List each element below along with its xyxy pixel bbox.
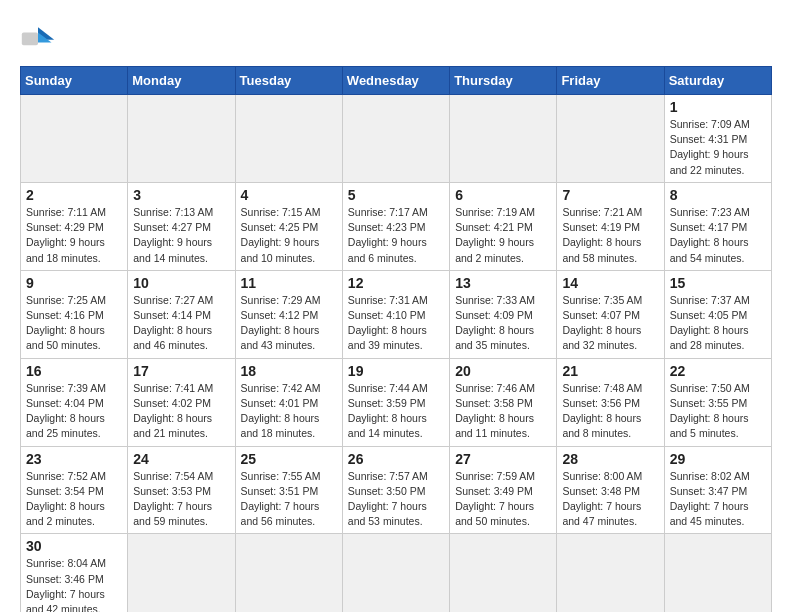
- day-cell: 19Sunrise: 7:44 AM Sunset: 3:59 PM Dayli…: [342, 358, 449, 446]
- day-cell: 2Sunrise: 7:11 AM Sunset: 4:29 PM Daylig…: [21, 182, 128, 270]
- day-cell: 1Sunrise: 7:09 AM Sunset: 4:31 PM Daylig…: [664, 95, 771, 183]
- day-cell: [557, 534, 664, 612]
- week-row-1: 1Sunrise: 7:09 AM Sunset: 4:31 PM Daylig…: [21, 95, 772, 183]
- day-info: Sunrise: 7:59 AM Sunset: 3:49 PM Dayligh…: [455, 469, 551, 530]
- day-number: 1: [670, 99, 766, 115]
- day-number: 3: [133, 187, 229, 203]
- weekday-header-sunday: Sunday: [21, 67, 128, 95]
- day-number: 27: [455, 451, 551, 467]
- day-number: 8: [670, 187, 766, 203]
- logo: [20, 20, 60, 56]
- weekday-header-saturday: Saturday: [664, 67, 771, 95]
- day-cell: 16Sunrise: 7:39 AM Sunset: 4:04 PM Dayli…: [21, 358, 128, 446]
- day-info: Sunrise: 8:04 AM Sunset: 3:46 PM Dayligh…: [26, 556, 122, 612]
- day-number: 10: [133, 275, 229, 291]
- day-number: 25: [241, 451, 337, 467]
- day-number: 13: [455, 275, 551, 291]
- weekday-header-monday: Monday: [128, 67, 235, 95]
- day-info: Sunrise: 7:11 AM Sunset: 4:29 PM Dayligh…: [26, 205, 122, 266]
- day-cell: 9Sunrise: 7:25 AM Sunset: 4:16 PM Daylig…: [21, 270, 128, 358]
- day-cell: 22Sunrise: 7:50 AM Sunset: 3:55 PM Dayli…: [664, 358, 771, 446]
- day-info: Sunrise: 7:25 AM Sunset: 4:16 PM Dayligh…: [26, 293, 122, 354]
- day-number: 28: [562, 451, 658, 467]
- weekday-header-wednesday: Wednesday: [342, 67, 449, 95]
- weekday-header-thursday: Thursday: [450, 67, 557, 95]
- day-info: Sunrise: 7:54 AM Sunset: 3:53 PM Dayligh…: [133, 469, 229, 530]
- day-cell: [235, 534, 342, 612]
- day-info: Sunrise: 7:52 AM Sunset: 3:54 PM Dayligh…: [26, 469, 122, 530]
- day-cell: 10Sunrise: 7:27 AM Sunset: 4:14 PM Dayli…: [128, 270, 235, 358]
- weekday-header-row: SundayMondayTuesdayWednesdayThursdayFrid…: [21, 67, 772, 95]
- day-number: 17: [133, 363, 229, 379]
- day-number: 24: [133, 451, 229, 467]
- day-number: 11: [241, 275, 337, 291]
- day-cell: 13Sunrise: 7:33 AM Sunset: 4:09 PM Dayli…: [450, 270, 557, 358]
- day-number: 6: [455, 187, 551, 203]
- day-cell: [128, 95, 235, 183]
- day-number: 26: [348, 451, 444, 467]
- day-cell: 27Sunrise: 7:59 AM Sunset: 3:49 PM Dayli…: [450, 446, 557, 534]
- day-number: 12: [348, 275, 444, 291]
- day-number: 19: [348, 363, 444, 379]
- day-cell: [557, 95, 664, 183]
- week-row-3: 9Sunrise: 7:25 AM Sunset: 4:16 PM Daylig…: [21, 270, 772, 358]
- day-number: 20: [455, 363, 551, 379]
- week-row-2: 2Sunrise: 7:11 AM Sunset: 4:29 PM Daylig…: [21, 182, 772, 270]
- day-info: Sunrise: 7:42 AM Sunset: 4:01 PM Dayligh…: [241, 381, 337, 442]
- day-cell: 24Sunrise: 7:54 AM Sunset: 3:53 PM Dayli…: [128, 446, 235, 534]
- day-info: Sunrise: 7:55 AM Sunset: 3:51 PM Dayligh…: [241, 469, 337, 530]
- week-row-5: 23Sunrise: 7:52 AM Sunset: 3:54 PM Dayli…: [21, 446, 772, 534]
- day-number: 23: [26, 451, 122, 467]
- day-info: Sunrise: 7:35 AM Sunset: 4:07 PM Dayligh…: [562, 293, 658, 354]
- day-cell: 29Sunrise: 8:02 AM Sunset: 3:47 PM Dayli…: [664, 446, 771, 534]
- day-cell: 4Sunrise: 7:15 AM Sunset: 4:25 PM Daylig…: [235, 182, 342, 270]
- day-cell: [450, 534, 557, 612]
- day-number: 21: [562, 363, 658, 379]
- day-info: Sunrise: 7:21 AM Sunset: 4:19 PM Dayligh…: [562, 205, 658, 266]
- day-cell: 17Sunrise: 7:41 AM Sunset: 4:02 PM Dayli…: [128, 358, 235, 446]
- day-cell: 20Sunrise: 7:46 AM Sunset: 3:58 PM Dayli…: [450, 358, 557, 446]
- day-cell: 25Sunrise: 7:55 AM Sunset: 3:51 PM Dayli…: [235, 446, 342, 534]
- day-info: Sunrise: 7:37 AM Sunset: 4:05 PM Dayligh…: [670, 293, 766, 354]
- day-cell: 26Sunrise: 7:57 AM Sunset: 3:50 PM Dayli…: [342, 446, 449, 534]
- week-row-6: 30Sunrise: 8:04 AM Sunset: 3:46 PM Dayli…: [21, 534, 772, 612]
- day-cell: [128, 534, 235, 612]
- day-cell: [342, 534, 449, 612]
- day-cell: 5Sunrise: 7:17 AM Sunset: 4:23 PM Daylig…: [342, 182, 449, 270]
- day-cell: 6Sunrise: 7:19 AM Sunset: 4:21 PM Daylig…: [450, 182, 557, 270]
- day-cell: 14Sunrise: 7:35 AM Sunset: 4:07 PM Dayli…: [557, 270, 664, 358]
- weekday-header-friday: Friday: [557, 67, 664, 95]
- day-cell: 30Sunrise: 8:04 AM Sunset: 3:46 PM Dayli…: [21, 534, 128, 612]
- day-number: 7: [562, 187, 658, 203]
- day-number: 30: [26, 538, 122, 554]
- day-cell: 8Sunrise: 7:23 AM Sunset: 4:17 PM Daylig…: [664, 182, 771, 270]
- day-info: Sunrise: 7:31 AM Sunset: 4:10 PM Dayligh…: [348, 293, 444, 354]
- day-cell: 15Sunrise: 7:37 AM Sunset: 4:05 PM Dayli…: [664, 270, 771, 358]
- page-header: [20, 20, 772, 56]
- day-info: Sunrise: 7:17 AM Sunset: 4:23 PM Dayligh…: [348, 205, 444, 266]
- day-cell: [235, 95, 342, 183]
- day-info: Sunrise: 7:27 AM Sunset: 4:14 PM Dayligh…: [133, 293, 229, 354]
- day-number: 18: [241, 363, 337, 379]
- day-cell: [664, 534, 771, 612]
- day-info: Sunrise: 7:09 AM Sunset: 4:31 PM Dayligh…: [670, 117, 766, 178]
- week-row-4: 16Sunrise: 7:39 AM Sunset: 4:04 PM Dayli…: [21, 358, 772, 446]
- day-info: Sunrise: 7:46 AM Sunset: 3:58 PM Dayligh…: [455, 381, 551, 442]
- day-cell: 12Sunrise: 7:31 AM Sunset: 4:10 PM Dayli…: [342, 270, 449, 358]
- day-number: 2: [26, 187, 122, 203]
- svg-rect-0: [22, 33, 38, 46]
- day-number: 16: [26, 363, 122, 379]
- day-info: Sunrise: 7:39 AM Sunset: 4:04 PM Dayligh…: [26, 381, 122, 442]
- day-info: Sunrise: 7:50 AM Sunset: 3:55 PM Dayligh…: [670, 381, 766, 442]
- day-info: Sunrise: 7:15 AM Sunset: 4:25 PM Dayligh…: [241, 205, 337, 266]
- day-cell: 7Sunrise: 7:21 AM Sunset: 4:19 PM Daylig…: [557, 182, 664, 270]
- day-number: 22: [670, 363, 766, 379]
- day-info: Sunrise: 7:13 AM Sunset: 4:27 PM Dayligh…: [133, 205, 229, 266]
- day-cell: [21, 95, 128, 183]
- day-info: Sunrise: 7:29 AM Sunset: 4:12 PM Dayligh…: [241, 293, 337, 354]
- day-info: Sunrise: 7:48 AM Sunset: 3:56 PM Dayligh…: [562, 381, 658, 442]
- day-cell: 23Sunrise: 7:52 AM Sunset: 3:54 PM Dayli…: [21, 446, 128, 534]
- day-cell: 18Sunrise: 7:42 AM Sunset: 4:01 PM Dayli…: [235, 358, 342, 446]
- day-cell: 28Sunrise: 8:00 AM Sunset: 3:48 PM Dayli…: [557, 446, 664, 534]
- day-info: Sunrise: 7:41 AM Sunset: 4:02 PM Dayligh…: [133, 381, 229, 442]
